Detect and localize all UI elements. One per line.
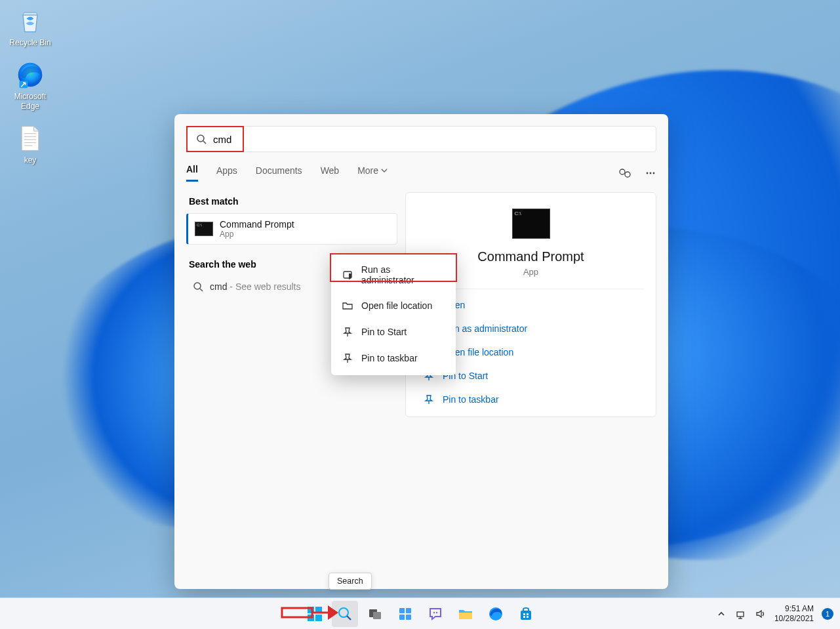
svg-point-9 [620, 169, 625, 174]
tray-date: 10/28/2021 [774, 614, 814, 623]
search-bar[interactable] [186, 126, 656, 152]
tray-notification-badge[interactable]: 1 [822, 608, 833, 620]
system-tray: 9:51 AM 10/28/2021 1 [715, 604, 833, 623]
best-match-result[interactable]: Command Prompt App [186, 213, 397, 245]
taskbar: 9:51 AM 10/28/2021 1 [0, 598, 840, 629]
tab-documents[interactable]: Documents [256, 165, 302, 181]
ctx-label: Open file location [361, 300, 432, 311]
svg-rect-39 [737, 612, 744, 617]
tab-apps[interactable]: Apps [216, 165, 237, 181]
svg-line-8 [203, 141, 206, 144]
ctx-label: Pin to Start [361, 327, 407, 337]
svg-point-32 [435, 611, 437, 613]
tray-volume-icon[interactable] [755, 608, 767, 620]
svg-rect-36 [527, 613, 529, 615]
svg-line-15 [200, 289, 203, 291]
desktop-icon-label: Microsoft Edge [5, 92, 55, 111]
svg-rect-26 [373, 612, 381, 619]
svg-rect-27 [399, 608, 405, 613]
best-match-heading: Best match [189, 196, 397, 207]
search-icon [193, 281, 203, 292]
svg-point-31 [433, 611, 434, 613]
svg-rect-20 [315, 607, 322, 613]
svg-rect-30 [406, 615, 411, 620]
svg-rect-34 [521, 611, 531, 620]
best-match-subtitle: App [220, 230, 294, 239]
preview-column: Command Prompt App Open Run as administr… [397, 184, 668, 589]
pin-icon [423, 394, 435, 405]
tray-clock[interactable]: 9:51 AM 10/28/2021 [774, 604, 814, 623]
taskbar-store[interactable] [513, 601, 539, 627]
svg-point-13 [653, 172, 655, 174]
svg-rect-38 [527, 616, 529, 618]
svg-point-11 [647, 172, 649, 174]
pin-icon [342, 352, 353, 364]
tray-network-icon[interactable] [735, 608, 747, 620]
svg-point-14 [194, 283, 201, 289]
desktop-icon-label: key [5, 155, 55, 165]
start-button[interactable] [302, 601, 328, 627]
svg-rect-35 [523, 613, 525, 615]
svg-point-12 [650, 172, 652, 174]
svg-rect-21 [308, 615, 314, 621]
taskbar-search-button[interactable] [332, 601, 358, 627]
preview-app-icon [512, 209, 550, 239]
search-tabs: All Apps Documents Web More [174, 159, 668, 184]
web-result-suffix: - See web results [227, 281, 300, 292]
ctx-pin-start[interactable]: Pin to Start [331, 319, 456, 345]
search-input[interactable] [213, 134, 647, 145]
ctx-open-location[interactable]: Open file location [331, 293, 456, 319]
text-file-icon [14, 123, 46, 154]
cmd-icon [195, 222, 213, 236]
shield-icon [342, 269, 353, 281]
web-result-query: cmd [210, 281, 227, 292]
tab-all[interactable]: All [186, 164, 198, 182]
context-menu: Run as administrator Open file location … [331, 253, 456, 375]
svg-rect-29 [399, 615, 405, 620]
ctx-run-as-admin[interactable]: Run as administrator [331, 257, 456, 293]
pin-icon [342, 326, 353, 338]
taskbar-widgets[interactable] [392, 601, 418, 627]
action-label: Pin to taskbar [443, 394, 499, 405]
desktop-icon-key[interactable]: key [5, 123, 55, 165]
ctx-label: Pin to taskbar [361, 353, 418, 363]
tab-more[interactable]: More [357, 165, 388, 181]
search-icon [196, 134, 207, 144]
taskbar-task-view[interactable] [362, 601, 388, 627]
desktop-icon-edge[interactable]: Microsoft Edge [5, 59, 55, 111]
edge-icon [14, 59, 46, 91]
recycle-bin-icon [14, 5, 46, 37]
desktop-icon-label: Recycle Bin [5, 38, 55, 47]
ctx-label: Run as administrator [361, 264, 445, 285]
best-match-title: Command Prompt [220, 219, 294, 230]
folder-icon [342, 300, 353, 312]
rewards-icon[interactable] [618, 167, 631, 180]
taskbar-edge[interactable] [483, 601, 509, 627]
desktop-icon-recycle-bin[interactable]: Recycle Bin [5, 5, 55, 47]
svg-point-23 [339, 608, 348, 617]
tray-chevron-icon[interactable] [715, 608, 727, 620]
taskbar-center [302, 601, 539, 627]
results-column: Best match Command Prompt App Search the… [174, 184, 397, 589]
svg-point-7 [197, 135, 204, 142]
taskbar-chat[interactable] [422, 601, 449, 627]
svg-rect-19 [308, 607, 314, 613]
chevron-down-icon [381, 167, 388, 174]
more-options-icon[interactable] [645, 167, 656, 179]
tab-web[interactable]: Web [321, 165, 340, 181]
desktop-icons: Recycle Bin Microsoft Edge key [5, 5, 55, 177]
svg-line-24 [347, 616, 351, 620]
tray-time: 9:51 AM [774, 604, 814, 613]
ctx-pin-taskbar[interactable]: Pin to taskbar [331, 345, 456, 371]
svg-rect-37 [523, 616, 525, 618]
svg-rect-28 [406, 608, 411, 613]
svg-point-10 [625, 172, 630, 177]
taskbar-explorer[interactable] [452, 601, 479, 627]
action-pin-taskbar[interactable]: Pin to taskbar [418, 388, 644, 411]
search-tooltip: Search [329, 573, 372, 590]
svg-rect-22 [315, 615, 322, 621]
